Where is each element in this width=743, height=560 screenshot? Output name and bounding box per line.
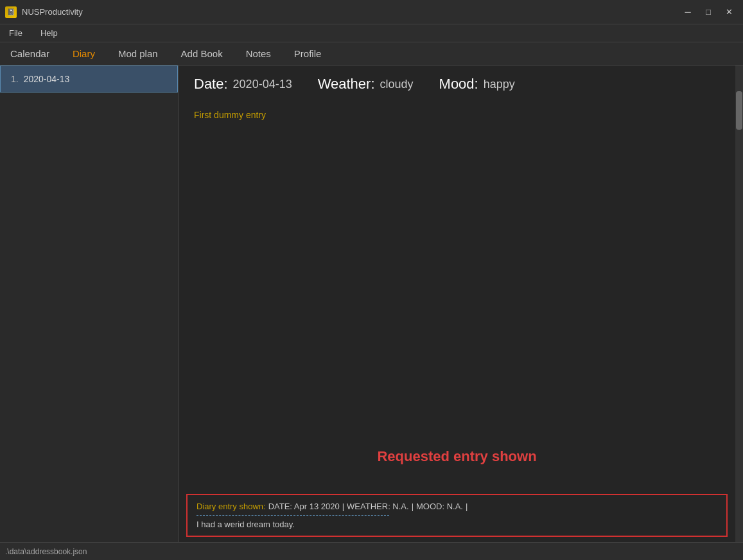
scrollbar-thumb[interactable] — [736, 91, 742, 130]
diary-shown-box: Diary entry shown: DATE: Apr 13 2020 | W… — [186, 494, 728, 537]
date-label: Date: — [194, 76, 228, 92]
sidebar-entry-1[interactable]: 1. 2020-04-13 — [0, 66, 178, 92]
tab-notes[interactable]: Notes — [241, 46, 276, 62]
entry-date: 2020-04-13 — [24, 74, 70, 84]
app-icon: 📓 — [5, 6, 17, 18]
content-panel: Date: 2020-04-13 Weather: cloudy Mood: h… — [179, 66, 735, 542]
tab-add-book[interactable]: Add Book — [176, 46, 228, 62]
close-button[interactable]: ✕ — [720, 5, 738, 19]
entry-body: First dummy entry — [179, 103, 735, 489]
title-bar-left: 📓 NUSProductivity — [5, 6, 83, 18]
diary-shown-label: Diary entry shown: — [197, 502, 266, 511]
sidebar: 1. 2020-04-13 — [0, 66, 179, 542]
menu-help[interactable]: Help — [37, 27, 62, 39]
main-content: 1. 2020-04-13 Date: 2020-04-13 Weather: … — [0, 66, 743, 542]
window-controls: ─ □ ✕ — [679, 5, 738, 19]
tab-calendar[interactable]: Calendar — [5, 46, 55, 62]
diary-shown-line1: Diary entry shown: DATE: Apr 13 2020 | W… — [197, 502, 717, 511]
weather-label: Weather: — [318, 76, 375, 92]
entry-header: Date: 2020-04-13 Weather: cloudy Mood: h… — [179, 66, 735, 103]
status-message: Requested entry shown — [377, 448, 536, 465]
date-field: Date: 2020-04-13 — [194, 76, 292, 92]
maximize-button[interactable]: □ — [699, 5, 717, 19]
diary-shown-weather: WEATHER: N.A. — [347, 502, 409, 511]
entry-num: 1. — [11, 74, 19, 84]
sep-2: | — [412, 502, 414, 511]
diary-shown-mood: MOOD: N.A. — [416, 502, 463, 511]
title-bar: 📓 NUSProductivity ─ □ ✕ — [0, 0, 743, 24]
menu-bar: File Help — [0, 24, 743, 42]
menu-file[interactable]: File — [5, 27, 26, 39]
entry-body-text: First dummy entry — [194, 110, 266, 120]
mood-value: happy — [484, 78, 515, 91]
status-bar: .\data\addressbook.json — [0, 542, 743, 560]
sep-1: | — [342, 502, 344, 511]
tab-diary[interactable]: Diary — [67, 46, 100, 62]
app-title: NUSProductivity — [22, 7, 83, 17]
mood-label: Mood: — [439, 76, 478, 92]
minimize-button[interactable]: ─ — [679, 5, 697, 19]
diary-shown-content: I had a werid dream today. — [197, 520, 717, 529]
scrollbar[interactable] — [735, 66, 743, 542]
weather-value: cloudy — [380, 78, 414, 91]
date-value: 2020-04-13 — [233, 78, 292, 91]
nav-tabs: Calendar Diary Mod plan Add Book Notes P… — [0, 42, 743, 66]
tab-mod-plan[interactable]: Mod plan — [113, 46, 163, 62]
sep-3: | — [466, 502, 468, 511]
mood-field: Mood: happy — [439, 76, 515, 92]
weather-field: Weather: cloudy — [318, 76, 414, 92]
status-bar-text: .\data\addressbook.json — [5, 547, 87, 556]
diary-shown-underline — [197, 515, 389, 516]
tab-profile[interactable]: Profile — [289, 46, 327, 62]
diary-shown-date: DATE: Apr 13 2020 — [268, 502, 340, 511]
